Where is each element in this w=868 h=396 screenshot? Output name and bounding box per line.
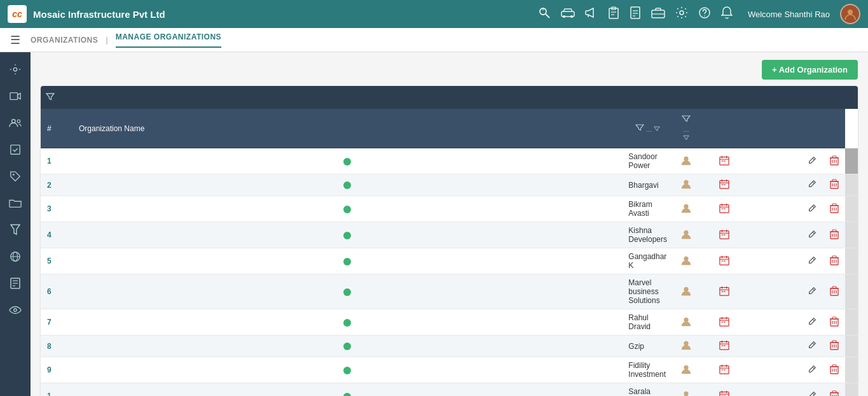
calendar-icon	[719, 340, 729, 350]
svg-point-21	[12, 120, 15, 123]
header-icons-container: Welcome Shanthi Rao	[538, 4, 860, 24]
col-header-edit	[750, 109, 801, 148]
row-edit-cell[interactable]	[801, 274, 823, 309]
search-icon[interactable]	[538, 6, 551, 22]
add-organization-button[interactable]: + Add Organization	[762, 60, 858, 80]
row-delete-cell[interactable]	[823, 174, 845, 196]
svg-point-5	[570, 15, 573, 18]
row-delete-cell[interactable]	[823, 336, 845, 357]
user-icon	[680, 390, 692, 397]
svg-line-118	[813, 319, 815, 321]
sidebar-item-globe[interactable]	[3, 244, 28, 269]
row-user-icon-cell[interactable]	[673, 248, 699, 274]
svg-rect-64	[722, 208, 724, 209]
row-user-icon-cell[interactable]	[673, 148, 699, 174]
svg-rect-116	[722, 322, 724, 323]
row-delete-cell[interactable]	[823, 248, 845, 274]
row-delete-cell[interactable]	[823, 309, 845, 336]
row-edit-cell[interactable]	[801, 248, 823, 274]
row-calendar-icon-cell[interactable]	[699, 196, 750, 222]
sidebar-item-tags[interactable]	[3, 164, 28, 188]
row-user-icon-cell[interactable]	[673, 196, 699, 222]
briefcase-icon[interactable]	[651, 7, 665, 22]
bell-icon[interactable]	[721, 6, 733, 22]
row-delete-cell[interactable]	[823, 357, 845, 383]
sidebar-item-eye[interactable]	[3, 298, 28, 322]
sidebar-item-video[interactable]	[3, 84, 28, 108]
row-blank	[750, 336, 801, 357]
svg-rect-129	[722, 345, 724, 346]
row-org-name: Fidility Investment	[622, 357, 673, 383]
row-calendar-icon-cell[interactable]	[699, 248, 750, 274]
svg-rect-51	[722, 184, 724, 185]
row-edit-cell[interactable]	[801, 309, 823, 336]
row-delete-cell[interactable]	[823, 222, 845, 248]
sidebar-item-settings[interactable]	[3, 57, 28, 81]
row-edit-cell[interactable]	[801, 357, 823, 383]
organizations-table-container: # Organization Name ...	[41, 86, 858, 396]
gear-icon[interactable]	[675, 6, 688, 22]
status-dot	[343, 367, 351, 374]
document-icon[interactable]	[630, 6, 641, 22]
svg-point-22	[17, 120, 20, 123]
user-icon	[680, 202, 692, 214]
row-delete-cell[interactable]	[823, 274, 845, 309]
row-calendar-icon-cell[interactable]	[699, 148, 750, 174]
svg-rect-117	[724, 322, 726, 323]
row-user-icon-cell[interactable]	[673, 309, 699, 336]
sidebar-item-funnel[interactable]	[3, 218, 28, 242]
row-calendar-icon-cell[interactable]	[699, 222, 750, 248]
table-row: 9Fidility Investment	[41, 357, 858, 383]
row-user-icon-cell[interactable]	[673, 222, 699, 248]
sidebar-item-users[interactable]	[3, 111, 28, 135]
megaphone-icon[interactable]	[585, 7, 598, 22]
row-edit-cell[interactable]	[801, 174, 823, 196]
row-status	[72, 309, 622, 336]
sidebar-item-notes[interactable]	[3, 271, 28, 295]
hamburger-menu[interactable]: ☰	[10, 33, 20, 47]
sidebar-item-tasks[interactable]	[3, 138, 28, 162]
scroll-indicator	[845, 174, 858, 196]
row-user-icon-cell[interactable]	[673, 383, 699, 397]
row-calendar-icon-cell[interactable]	[699, 274, 750, 309]
row-user-icon-cell[interactable]	[673, 174, 699, 196]
row-delete-cell[interactable]	[823, 148, 845, 174]
scroll-indicator	[845, 357, 858, 383]
breadcrumb-current[interactable]: MANAGE ORGANIZATIONS	[116, 32, 221, 48]
row-edit-cell[interactable]	[801, 336, 823, 357]
svg-line-105	[813, 288, 815, 290]
row-user-icon-cell[interactable]	[673, 357, 699, 383]
help-icon[interactable]	[698, 6, 711, 22]
row-calendar-icon-cell[interactable]	[699, 383, 750, 397]
table-header-bar	[41, 86, 858, 109]
row-org-name: Gzip	[622, 336, 673, 357]
user-icon	[680, 229, 692, 240]
row-user-icon-cell[interactable]	[673, 274, 699, 309]
svg-point-72	[684, 230, 688, 234]
car-icon[interactable]	[561, 8, 575, 21]
svg-rect-90	[722, 260, 724, 262]
row-user-icon-cell[interactable]	[673, 336, 699, 357]
clipboard-icon[interactable]	[608, 6, 619, 22]
row-edit-cell[interactable]	[801, 383, 823, 397]
svg-point-85	[684, 256, 688, 260]
row-edit-cell[interactable]	[801, 196, 823, 222]
row-calendar-icon-cell[interactable]	[699, 309, 750, 336]
app-title: Mosaic Infrastructure Pvt Ltd	[33, 9, 532, 20]
avatar[interactable]	[840, 4, 860, 24]
row-delete-cell[interactable]	[823, 383, 845, 397]
row-edit-cell[interactable]	[801, 148, 823, 174]
row-calendar-icon-cell[interactable]	[699, 336, 750, 357]
breadcrumb-parent[interactable]: ORGANIZATIONS	[31, 36, 98, 45]
sidebar-item-folders[interactable]	[3, 191, 28, 215]
row-delete-cell[interactable]	[823, 196, 845, 222]
row-calendar-icon-cell[interactable]	[699, 174, 750, 196]
row-edit-cell[interactable]	[801, 222, 823, 248]
svg-rect-9	[631, 7, 640, 18]
table-filter-icon[interactable]	[46, 92, 55, 103]
calendar-icon	[719, 316, 729, 327]
status-dot	[343, 181, 351, 189]
table-wrapper: # Organization Name ...	[41, 109, 858, 396]
svg-line-157	[813, 393, 815, 395]
row-calendar-icon-cell[interactable]	[699, 357, 750, 383]
